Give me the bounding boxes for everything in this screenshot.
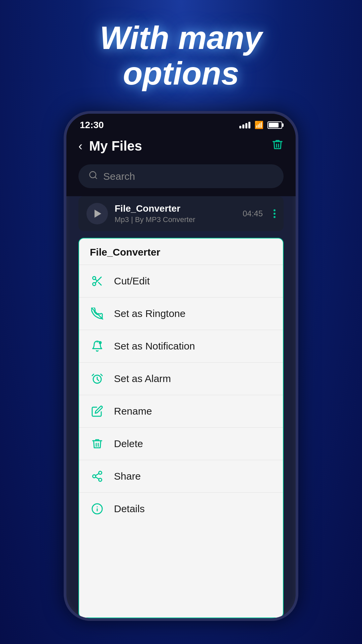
menu-item-details[interactable]: Details xyxy=(79,493,283,525)
context-menu: File_Converter Cut/Edit xyxy=(78,238,284,618)
menu-item-share[interactable]: Share xyxy=(79,460,283,493)
menu-label-details: Details xyxy=(114,503,145,515)
svg-line-14 xyxy=(96,477,99,479)
menu-label-set-notification: Set as Notification xyxy=(114,340,195,352)
menu-label-set-alarm: Set as Alarm xyxy=(114,373,171,384)
search-input[interactable]: Search xyxy=(103,171,135,182)
menu-label-set-ringtone: Set as Ringtone xyxy=(114,308,185,319)
battery-icon xyxy=(267,121,282,129)
header-left: ‹ My Files xyxy=(78,139,142,154)
more-options-button[interactable] xyxy=(274,209,276,218)
svg-line-5 xyxy=(99,282,101,285)
menu-item-set-ringtone[interactable]: Set as Ringtone xyxy=(79,298,283,330)
file-item[interactable]: File_Converter Mp3 | By MP3 Converter 04… xyxy=(78,196,284,231)
file-meta: Mp3 | By MP3 Converter xyxy=(115,215,236,224)
play-button[interactable] xyxy=(86,203,108,224)
ringtone-icon xyxy=(90,306,105,321)
status-icons: 📶 xyxy=(239,121,282,129)
bell-icon xyxy=(90,339,105,354)
menu-item-rename[interactable]: Rename xyxy=(79,395,283,428)
status-bar: 12:30 📶 xyxy=(66,114,296,133)
file-name: File_Converter xyxy=(115,203,236,214)
back-button[interactable]: ‹ xyxy=(78,139,82,153)
search-container: Search xyxy=(66,159,296,196)
play-icon xyxy=(95,210,101,218)
menu-item-cut-edit[interactable]: Cut/Edit xyxy=(79,265,283,298)
page-title: My Files xyxy=(89,139,142,154)
search-icon xyxy=(88,170,98,182)
app-header: ‹ My Files xyxy=(66,133,296,159)
headline-line2: options xyxy=(123,55,239,91)
wifi-icon: 📶 xyxy=(254,121,263,129)
trash-icon xyxy=(90,436,105,451)
headline-line1: With many xyxy=(100,20,262,56)
search-bar[interactable]: Search xyxy=(78,164,284,188)
share-icon xyxy=(90,469,105,484)
alarm-icon xyxy=(90,371,105,386)
svg-line-1 xyxy=(95,177,97,179)
status-time: 12:30 xyxy=(80,120,104,130)
file-duration: 04:45 xyxy=(243,209,263,218)
pencil-icon xyxy=(90,404,105,419)
menu-label-share: Share xyxy=(114,471,141,482)
svg-line-6 xyxy=(95,279,97,281)
scissors-icon xyxy=(90,274,105,288)
menu-item-set-alarm[interactable]: Set as Alarm xyxy=(79,363,283,395)
headline: With many options xyxy=(37,20,325,91)
file-info: File_Converter Mp3 | By MP3 Converter xyxy=(115,203,236,224)
phone-frame: 12:30 📶 ‹ My Files xyxy=(64,111,298,621)
context-menu-title: File_Converter xyxy=(79,238,283,265)
info-icon xyxy=(90,501,105,516)
menu-item-set-notification[interactable]: Set as Notification xyxy=(79,330,283,363)
svg-point-9 xyxy=(99,341,102,344)
svg-line-15 xyxy=(96,474,99,476)
menu-label-cut-edit: Cut/Edit xyxy=(114,275,150,287)
trash-button[interactable] xyxy=(272,139,284,154)
menu-item-delete[interactable]: Delete xyxy=(79,428,283,460)
signal-icon xyxy=(239,122,250,128)
menu-label-rename: Rename xyxy=(114,406,152,417)
menu-label-delete: Delete xyxy=(114,438,143,449)
